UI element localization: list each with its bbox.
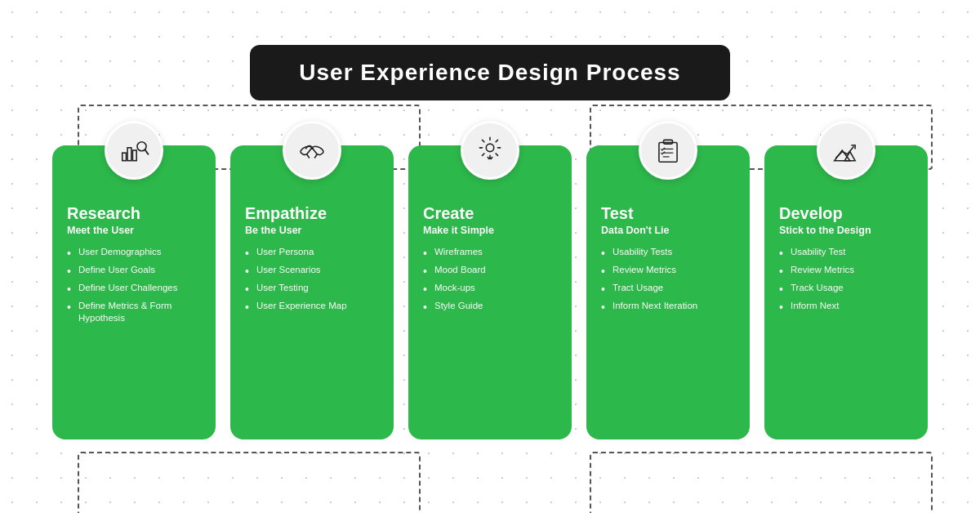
- test-icon-circle: [639, 121, 697, 180]
- card-develop-title: Develop: [779, 204, 913, 223]
- list-item: Mood Board: [423, 264, 557, 276]
- research-icon: [118, 135, 149, 166]
- card-develop: Develop Stick to the Design Usability Te…: [764, 145, 928, 439]
- card-research-title: Research: [67, 204, 201, 223]
- list-item: Inform Next Iteration: [601, 300, 735, 312]
- card-develop-subtitle: Stick to the Design: [779, 225, 913, 236]
- list-item: Define Metrics & Form Hypothesis: [67, 300, 201, 324]
- list-item: Inform Next: [779, 300, 913, 312]
- create-icon: [474, 135, 506, 166]
- card-research-subtitle: Meet the User: [67, 225, 201, 236]
- list-item: Style Guide: [423, 300, 557, 312]
- empathize-icon: [296, 135, 327, 166]
- list-item: Define User Challenges: [67, 282, 201, 294]
- svg-rect-1: [127, 148, 131, 161]
- card-develop-list: Usability Test Review Metrics Track Usag…: [779, 246, 913, 318]
- svg-rect-9: [659, 143, 677, 163]
- list-item: User Persona: [245, 246, 379, 258]
- card-test-subtitle: Data Don't Lie: [601, 225, 735, 236]
- card-create-subtitle: Make it Simple: [423, 225, 557, 236]
- card-create-list: Wireframes Mood Board Mock-ups Style Gui…: [423, 246, 557, 318]
- list-item: Track Usage: [779, 282, 913, 294]
- card-create: Create Make it Simple Wireframes Mood Bo…: [408, 145, 572, 439]
- dashed-connector-bottom-right: [590, 452, 933, 513]
- list-item: User Experience Map: [245, 300, 379, 312]
- card-empathize-list: User Persona User Scenarios User Testing…: [245, 246, 379, 318]
- card-create-title: Create: [423, 204, 557, 223]
- cards-section: Research Meet the User User Demographics…: [0, 145, 980, 439]
- svg-point-7: [486, 144, 494, 152]
- dashed-connector-bottom-left: [78, 452, 421, 513]
- list-item: Mock-ups: [423, 282, 557, 294]
- list-item: Usability Test: [779, 246, 913, 258]
- svg-rect-10: [663, 140, 672, 144]
- card-research: Research Meet the User User Demographics…: [52, 145, 216, 439]
- card-test-title: Test: [601, 204, 735, 223]
- svg-line-5: [307, 154, 310, 158]
- test-icon: [653, 135, 684, 166]
- page-wrapper: User Experience Design Process Research …: [0, 0, 980, 513]
- list-item: Tract Usage: [601, 282, 735, 294]
- card-empathize: Empathize Be the User User Persona User …: [230, 145, 394, 439]
- list-item: Review Metrics: [601, 264, 735, 276]
- empathize-icon-circle: [283, 121, 341, 180]
- list-item: User Scenarios: [245, 264, 379, 276]
- card-test-list: Usability Tests Review Metrics Tract Usa…: [601, 246, 735, 318]
- list-item: Review Metrics: [779, 264, 913, 276]
- svg-line-4: [145, 149, 148, 154]
- card-research-list: User Demographics Define User Goals Defi…: [67, 246, 201, 330]
- page-title: User Experience Design Process: [250, 45, 729, 100]
- svg-line-6: [314, 154, 317, 158]
- list-item: Usability Tests: [601, 246, 735, 258]
- list-item: Wireframes: [423, 246, 557, 258]
- develop-icon: [831, 135, 862, 166]
- svg-rect-2: [132, 150, 136, 161]
- card-empathize-title: Empathize: [245, 204, 379, 223]
- list-item: Define User Goals: [67, 264, 201, 276]
- card-test: Test Data Don't Lie Usability Tests Revi…: [586, 145, 750, 439]
- svg-rect-0: [122, 153, 127, 161]
- develop-icon-circle: [817, 121, 875, 180]
- card-empathize-subtitle: Be the User: [245, 225, 379, 236]
- list-item: User Testing: [245, 282, 379, 294]
- create-icon-circle: [461, 121, 519, 180]
- list-item: User Demographics: [67, 246, 201, 258]
- research-icon-circle: [105, 121, 163, 180]
